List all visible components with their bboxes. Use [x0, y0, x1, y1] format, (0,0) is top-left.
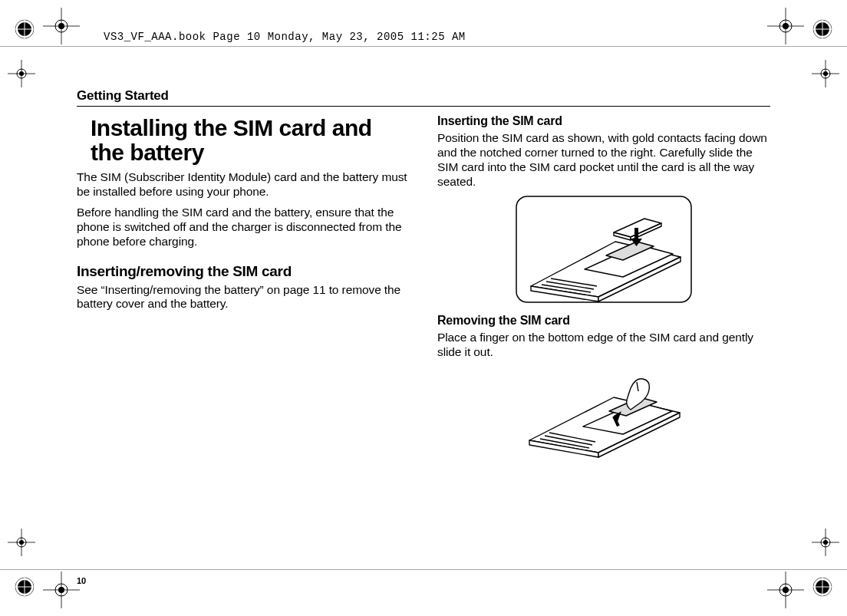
running-head: Getting Started	[77, 88, 770, 107]
crosshair-icon	[3, 524, 40, 561]
svg-point-21	[783, 23, 789, 29]
left-column: Installing the SIM card and the battery …	[77, 114, 410, 562]
body-paragraph: Before handling the SIM card and the bat…	[77, 206, 410, 249]
phone-insert-sim-illustration	[437, 196, 770, 303]
crosshair-icon	[807, 55, 844, 92]
phone-remove-sim-illustration	[437, 365, 770, 461]
svg-point-41	[19, 540, 24, 545]
subsubsection-heading: Removing the SIM card	[437, 314, 770, 328]
registration-mark-icon	[14, 576, 35, 598]
crosshair-icon	[767, 572, 804, 608]
svg-point-0	[15, 20, 34, 38]
svg-point-4	[813, 20, 832, 38]
svg-point-29	[783, 587, 789, 593]
registration-mark-icon	[812, 18, 833, 40]
svg-point-32	[17, 69, 26, 78]
svg-rect-57	[634, 228, 638, 240]
svg-point-45	[823, 540, 828, 545]
right-column: Inserting the SIM card Position the SIM …	[437, 114, 770, 562]
svg-point-44	[821, 538, 830, 547]
svg-point-20	[779, 20, 792, 32]
svg-point-33	[19, 71, 24, 76]
registration-mark-icon	[812, 576, 833, 598]
svg-point-5	[816, 22, 829, 36]
svg-point-17	[58, 23, 64, 29]
body-paragraph: The SIM (Subscriber Identity Module) car…	[77, 170, 410, 199]
section-title: Installing the SIM card and the battery	[77, 116, 410, 164]
svg-point-8	[15, 578, 34, 596]
svg-point-16	[55, 20, 68, 32]
crosshair-icon	[767, 8, 804, 44]
file-header: VS3_VF_AAA.book Page 10 Monday, May 23, …	[104, 31, 466, 43]
svg-point-1	[18, 22, 31, 36]
body-paragraph: Place a finger on the bottom edge of the…	[437, 331, 770, 360]
body-paragraph: See “Inserting/removing the battery” on …	[77, 283, 410, 312]
svg-point-37	[823, 71, 828, 76]
subsection-heading: Inserting/removing the SIM card	[77, 263, 410, 280]
crosshair-icon	[43, 572, 80, 608]
crosshair-icon	[43, 8, 80, 44]
svg-point-12	[813, 578, 832, 596]
crosshair-icon	[807, 524, 844, 561]
svg-point-25	[58, 587, 64, 593]
crosshair-icon	[3, 55, 40, 92]
svg-point-13	[816, 580, 829, 594]
svg-point-24	[55, 584, 68, 596]
svg-point-40	[17, 538, 26, 547]
subsubsection-heading: Inserting the SIM card	[437, 114, 770, 128]
registration-mark-icon	[14, 18, 35, 40]
body-paragraph: Position the SIM card as shown, with gol…	[437, 131, 770, 189]
svg-point-9	[18, 580, 31, 594]
svg-point-28	[779, 584, 792, 596]
svg-point-36	[821, 69, 830, 78]
page-number: 10	[77, 576, 86, 585]
